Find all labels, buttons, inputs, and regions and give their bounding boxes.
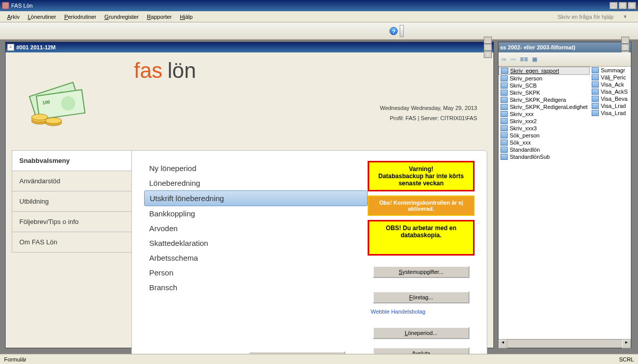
form-object-icon <box>501 75 508 81</box>
db-item[interactable]: Sök_person <box>498 132 590 139</box>
warning-backup: Varning! Databasbackup har inte körts se… <box>368 161 475 191</box>
money-illustration: 100 100 <box>22 73 93 130</box>
dropdown-icon: ▾ <box>620 12 631 21</box>
warning-kontering: Obs! Konteringskontrollen är ej aktivera… <box>368 195 475 216</box>
menu-arbetsschema[interactable]: Arbetsschema <box>144 250 368 265</box>
brand: fas lön <box>134 59 487 83</box>
menu-utskrift-loneberedning[interactable]: Utskrift löneberedning <box>144 190 368 206</box>
scroll-left-icon[interactable]: ◄ <box>498 340 507 348</box>
db-item[interactable]: Standardlön <box>498 146 590 153</box>
scroll-right-icon[interactable]: ► <box>622 340 631 348</box>
form-object-icon <box>501 125 508 131</box>
db-item[interactable]: Skriv_SCB <box>498 82 590 89</box>
menu-ny-loneperiod[interactable]: Ny löneperiod <box>144 161 368 176</box>
db-item-label: Visa_Beva <box>601 96 627 102</box>
form-object-icon <box>592 103 599 109</box>
db-item-label: Skriv_SKPK_Redigera <box>510 97 566 103</box>
db-item-label: Skriv_SCB <box>510 82 537 89</box>
db-item[interactable]: Skriv_xxx2 <box>498 118 590 125</box>
mdi-area: ≡ #001 2011-12M _ □ × 100 <box>0 40 638 354</box>
brand-fas: fas <box>134 59 162 83</box>
sidebar-item-snabbval[interactable]: Snabbvalsmeny <box>12 150 132 171</box>
menu-loneberedning[interactable]: Löneberedning <box>144 176 368 190</box>
db-minimize-button[interactable]: _ <box>621 37 629 44</box>
db-item-label: Skriv_SKPK_RedigeraLedighet <box>510 104 588 110</box>
child-maximize-button[interactable]: □ <box>484 44 492 51</box>
db-item-label: Välj_Peric <box>601 74 626 80</box>
child-close-button[interactable]: × <box>484 51 492 58</box>
foretag-button[interactable]: Företag... <box>373 291 469 303</box>
menu-grundregister[interactable]: Grundregister <box>100 13 143 21</box>
form-object-icon <box>501 68 508 74</box>
db-item-label: Skriv_SKPK <box>510 90 540 96</box>
maximize-button[interactable]: □ <box>619 2 627 9</box>
db-item[interactable]: Visa_Lrad <box>590 109 631 117</box>
close-button[interactable]: × <box>628 2 636 9</box>
db-item[interactable]: Visa_Ack <box>590 81 631 88</box>
db-item[interactable]: Skriv_SKPK_Redigera <box>498 96 590 103</box>
company-link[interactable]: Webble Handelsbolag <box>368 307 475 316</box>
form-object-icon <box>501 139 508 146</box>
db-item[interactable]: Skriv_SKPK <box>498 89 590 96</box>
sidebar-item-foljebrev[interactable]: Följebrev/Tips o info <box>12 211 132 232</box>
sidebar-item-utbildning[interactable]: Utbildning <box>12 191 132 211</box>
menu-lonerutiner[interactable]: Lönerutiner <box>23 13 60 21</box>
view-large-icon[interactable]: ▫▫ <box>502 55 506 63</box>
db-item[interactable]: Skriv_egen_rapport <box>498 67 590 75</box>
help-search[interactable]: Skriv en fråga för hjälp ▾ <box>553 12 635 21</box>
menu-arkiv[interactable]: Arkiv <box>3 13 23 21</box>
db-item-label: Visa_Lrad <box>601 110 626 116</box>
db-item[interactable]: Visa_Beva <box>590 95 631 102</box>
menu-arvoden[interactable]: Arvoden <box>144 221 368 236</box>
warning-kopia-text: OBS! Du arbetar med en databaskopia. <box>372 225 470 239</box>
db-object-list: Skriv_egen_rapportSkriv_personSkriv_SCBS… <box>498 67 631 339</box>
loneperiod-button[interactable]: Löneperiod... <box>373 327 469 339</box>
db-item[interactable]: Skriv_person <box>498 75 590 82</box>
sidebar-item-om[interactable]: Om FAS Lön <box>12 232 132 253</box>
view-list-icon[interactable]: ≣≣ <box>520 57 528 62</box>
db-item[interactable]: Välj_Peric <box>590 74 631 81</box>
form-object-icon <box>592 89 599 95</box>
db-item[interactable]: Skriv_SKPK_RedigeraLedighet <box>498 103 590 110</box>
help-icon[interactable]: ? <box>390 27 398 35</box>
db-item-label: Skriv_xxx <box>510 111 534 117</box>
menu-bransch[interactable]: Bransch <box>144 280 368 295</box>
right-column: Varning! Databasbackup har inte körts se… <box>368 161 475 359</box>
db-item[interactable]: StandardlönSub <box>498 153 590 160</box>
menu-bankkoppling[interactable]: Bankkoppling <box>144 206 368 221</box>
side-menu: Snabbvalsmeny Användarstöd Utbildning Fö… <box>12 150 132 364</box>
db-item-label: Skriv_xxx3 <box>510 125 537 131</box>
form-object-icon <box>501 111 508 117</box>
menu-hjalp[interactable]: Hjälp <box>176 13 197 21</box>
minimize-button[interactable]: _ <box>609 2 618 9</box>
db-hscroll[interactable]: ◄ ► <box>498 339 631 348</box>
form-object-icon <box>501 118 508 124</box>
menu-person[interactable]: Person <box>144 265 368 280</box>
child-minimize-button[interactable]: _ <box>484 37 492 44</box>
db-item[interactable]: Summagr <box>590 67 631 74</box>
toolbar-grip <box>400 25 404 37</box>
app-icon <box>2 2 9 9</box>
db-item-label: Skriv_xxx2 <box>510 118 537 124</box>
db-item[interactable]: Skriv_xxx3 <box>498 125 590 132</box>
systemuppgifter-button[interactable]: Systemuppgifter... <box>373 266 469 278</box>
form-object-icon <box>501 147 508 153</box>
menu-rapporter[interactable]: Rapporter <box>143 13 176 21</box>
help-placeholder: Skriv en fråga för hjälp <box>553 13 618 21</box>
menu-periodrutiner[interactable]: Periodrutiner <box>60 13 100 21</box>
view-small-icon[interactable]: ▫▫▫ <box>510 57 516 62</box>
menu-skattedeklaration[interactable]: Skattedeklaration <box>144 236 368 250</box>
db-item[interactable]: Sök_xxx <box>498 139 590 146</box>
warning-kopia: OBS! Du arbetar med en databaskopia. <box>368 220 475 256</box>
view-details-icon[interactable]: ▦ <box>532 56 537 63</box>
db-item-label: Visa_Lrad <box>601 103 626 109</box>
sidebar-item-anvandarstod[interactable]: Användarstöd <box>12 171 132 191</box>
warning-text: Databasbackup har inte körts senaste vec… <box>372 173 470 187</box>
db-item[interactable]: Visa_AckS <box>590 88 631 95</box>
db-maximize-button[interactable]: □ <box>621 44 629 51</box>
form-object-icon <box>592 67 599 73</box>
db-item[interactable]: Skriv_xxx <box>498 110 590 118</box>
statusbar: Formulär SCRL <box>0 354 638 364</box>
child-title: #001 2011-12M <box>16 44 484 50</box>
db-item[interactable]: Visa_Lrad <box>590 102 631 109</box>
